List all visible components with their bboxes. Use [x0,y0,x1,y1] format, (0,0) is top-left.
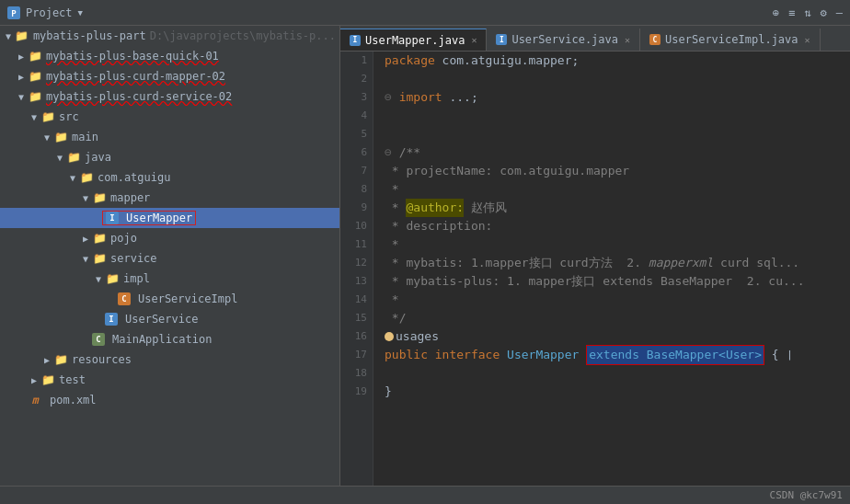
code-line-2 [385,70,850,88]
tree-item-mainapplication[interactable]: C MainApplication [0,329,339,349]
nav-icon-2[interactable]: ≡ [788,6,795,19]
arrow-quick01 [15,52,28,62]
tree-item-test[interactable]: test [0,370,339,390]
arrow-src [28,112,40,122]
svg-text:P: P [11,9,17,18]
tree-item-pojo[interactable]: pojo [0,228,339,248]
comment-9a: * [385,199,406,217]
node-label-service-folder: service [110,252,157,265]
comment-12b: mapperxml [649,254,713,272]
node-label-java: java [85,151,111,164]
ln-11: 11 [340,235,367,254]
code-content[interactable]: package com.atguigu.mapper; ⊖ import ...… [373,52,850,486]
project-tree: mybatis-plus-part D:\javaprojects\mybati… [0,26,340,486]
class-icon-userserviceimpl: C [118,292,131,305]
tree-item-mapper-folder[interactable]: mapper [0,188,339,208]
tree-item-com-atguigu[interactable]: com.atguigu [0,167,339,188]
tree-item-service02[interactable]: mybatis-plus-curd-service-02 [0,86,339,107]
comment-7: * projectName: com.atguigu.mapper [385,162,629,180]
node-label-userservice: UserService [125,313,198,326]
code-line-14: * [385,291,850,309]
usages-dot-icon [385,332,394,341]
node-label-impl-folder: impl [123,272,150,285]
project-dropdown-icon[interactable]: ▼ [78,8,83,17]
tree-item-mapper02[interactable]: mybatis-plus-curd-mapper-02 [0,66,339,86]
project-icon: P [7,6,20,19]
tab-label-usermapper: UserMapper.java [365,34,465,47]
ln-8: 8 [340,180,367,199]
ln-12: 12 [340,254,367,272]
tab-usermapper[interactable]: I UserMapper.java ✕ [340,29,487,51]
ln-9: 9 [340,199,367,217]
ln-17: 17 [340,346,367,364]
interface-icon-usermapper: I [106,212,119,224]
brace-open: { [764,346,779,364]
node-label-com-atguigu: com.atguigu [98,171,170,184]
code-line-11: * [385,235,850,254]
node-path-root: D:\javaprojects\mybatis-p... [150,29,336,42]
extends-basemapper: extends BaseMapper<User> [586,345,764,365]
node-label-mapper-folder: mapper [110,191,150,204]
code-line-8: * [385,180,850,199]
kw-interface: interface [428,346,500,364]
status-text: CSDN @kc7w91 [770,489,843,501]
pkg-name: com.atguigu.mapper; [435,52,580,70]
node-label-mainapplication: MainApplication [112,333,212,346]
tree-item-src[interactable]: src [0,107,339,127]
node-label-pom: pom.xml [50,394,97,407]
tree-item-java[interactable]: java [0,147,339,167]
code-line-18: } [385,383,850,401]
code-line-12: * mybatis: 1.mapper接口 curd方法 2. mapperxm… [385,254,850,272]
tab-label-userserviceimpl: UserServiceImpl.java [665,33,798,46]
folder-icon-java [66,150,81,165]
ln-7: 7 [340,162,367,180]
ln-10: 10 [340,217,367,235]
editor-area: I UserMapper.java ✕ I UserService.java ✕… [340,26,850,486]
code-line-9: * @author: 赵伟风 [385,199,850,217]
code-line-5 [385,125,850,143]
tree-item-quick01[interactable]: mybatis-plus-base-quick-01 [0,46,339,66]
tab-close-usermapper[interactable]: ✕ [471,35,477,45]
interface-name: UserMapper [500,346,586,364]
tab-icon-usermapper: I [350,35,361,46]
folder-icon-resources [53,352,68,367]
nav-icon-3[interactable]: ⇅ [804,6,810,19]
nav-icon-1[interactable]: ⊕ [773,6,779,19]
arrow-impl-folder [92,274,105,284]
tree-item-pom[interactable]: pom.xml [0,390,339,410]
ln-14: 14 [340,291,367,309]
tree-item-main[interactable]: main [0,127,339,147]
code-line-4 [385,107,850,125]
code-editor: 1 2 3 4 5 6 7 8 9 10 11 12 13 14 15 16 1… [340,52,850,486]
code-line-7: * projectName: com.atguigu.mapper [385,162,850,180]
tree-item-impl-folder[interactable]: impl [0,269,339,289]
title-bar-actions: ⊕ ≡ ⇅ ⚙ — [773,6,843,19]
folder-icon-service-folder [92,251,107,266]
status-bar: CSDN @kc7w91 [0,486,850,504]
tree-item-resources[interactable]: resources [0,349,339,370]
arrow-mapper02 [15,72,28,82]
comment-12c: curd sql... [713,254,799,272]
tree-item-service-folder[interactable]: service [0,248,339,269]
collapse-icon[interactable]: — [836,6,843,19]
arrow-test [28,375,40,385]
comment-12: * mybatis: 1.mapper接口 curd方法 2. [385,254,649,272]
node-label-root: mybatis-plus-part [33,29,146,42]
node-label-main: main [72,131,98,143]
tree-item-userserviceimpl[interactable]: C UserServiceImpl [0,289,339,309]
tree-item-root[interactable]: mybatis-plus-part D:\javaprojects\mybati… [0,26,339,46]
folder-icon-service02 [28,89,42,104]
tab-userservice[interactable]: I UserService.java ✕ [487,29,640,51]
tree-item-userservice[interactable]: I UserService [0,309,339,329]
tab-label-userservice: UserService.java [511,33,618,46]
arrow-mapper-folder [79,193,92,203]
tab-close-userservice[interactable]: ✕ [625,35,630,45]
tree-item-usermapper[interactable]: I UserMapper [0,208,339,228]
tab-userserviceimpl[interactable]: C UserServiceImpl.java ✕ [640,29,821,51]
folder-icon-mapper02 [28,69,42,84]
settings-icon[interactable]: ⚙ [821,6,827,19]
usages-text: usages [396,327,439,346]
arrow-main [40,132,53,143]
code-line-16: public interface UserMapper extends Base… [385,346,850,364]
tab-close-userserviceimpl[interactable]: ✕ [805,35,810,45]
